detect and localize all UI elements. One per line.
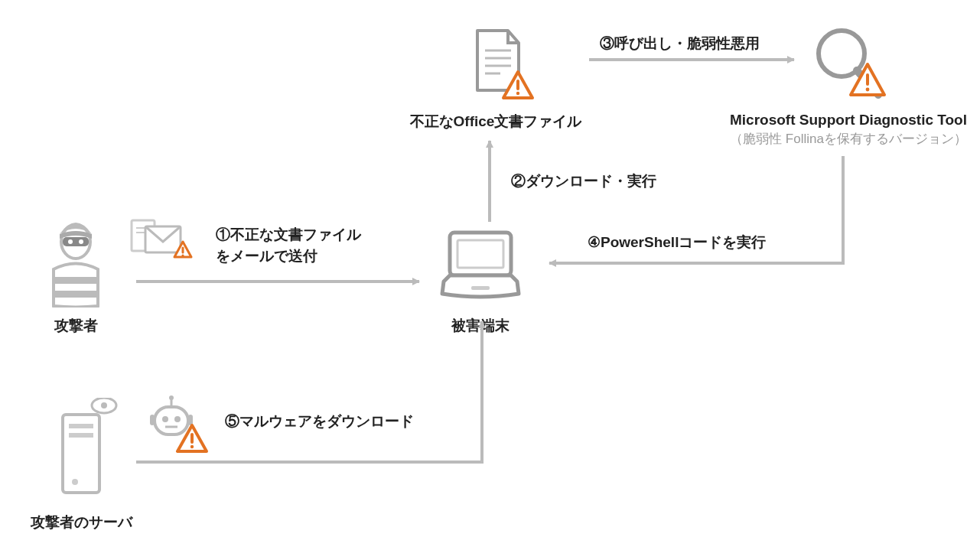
arrows-layer <box>0 0 980 550</box>
step-5-label: ⑤マルウェアをダウンロード <box>225 412 414 431</box>
step-1-label-b: をメールで送付 <box>216 246 317 266</box>
step-4-label: ④PowerShellコードを実行 <box>588 233 766 252</box>
step-2-label: ②ダウンロード・実行 <box>511 171 656 191</box>
step-3-label: ③呼び出し・脆弱性悪用 <box>600 34 760 54</box>
step-1-label-a: ①不正な文書ファイル <box>216 225 361 245</box>
